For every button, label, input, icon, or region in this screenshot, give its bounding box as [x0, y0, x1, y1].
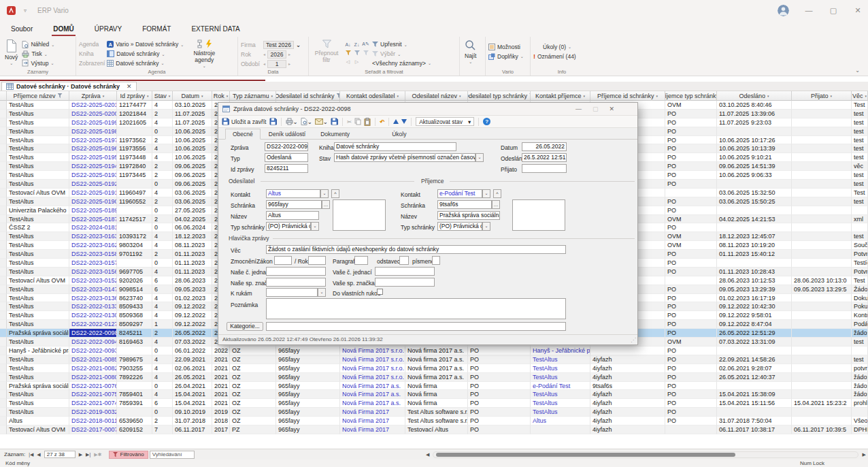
table-cell[interactable]: 4iyfazh — [590, 408, 665, 417]
table-cell[interactable]: TestAltus — [7, 390, 69, 399]
prijemce-kontakt-dropdown-icon[interactable]: ⌄ — [482, 189, 490, 198]
table-cell[interactable]: 15.04.2021 — [173, 399, 212, 408]
table-cell[interactable]: Nová Firma 2017 — [340, 408, 405, 417]
table-cell[interactable]: 15.04.2021 15:11:56 — [717, 399, 792, 408]
table-cell[interactable]: DS22-2023-0156 — [69, 268, 117, 276]
table-cell[interactable] — [665, 276, 717, 285]
table-cell[interactable]: test — [852, 110, 868, 118]
table-cell[interactable]: 965fayy — [276, 355, 340, 364]
table-cell[interactable]: PO — [468, 417, 531, 425]
table-row[interactable]: Hanyš - Jeřábnické práceDS22-2022-009300… — [0, 347, 868, 355]
user-avatar[interactable] — [778, 5, 789, 16]
table-cell[interactable]: 6 — [152, 285, 173, 294]
table-cell[interactable]: 01.11.2023 — [173, 268, 212, 276]
table-cell[interactable]: 03.06.2025 — [173, 189, 212, 197]
table-cell[interactable]: Test — [852, 101, 868, 110]
column-header[interactable]: Příjemce id schránky▾ — [590, 91, 665, 101]
table-cell[interactable]: 09.10.2019 — [173, 408, 212, 417]
table-cell[interactable]: 11.07.2025 — [173, 118, 212, 127]
table-cell[interactable]: Pražská správa sociální — [7, 382, 69, 391]
all-records-select[interactable]: <Všechny záznamy>⌄ — [372, 59, 431, 67]
table-cell[interactable]: test — [852, 136, 868, 145]
paragraf-field[interactable] — [354, 256, 368, 265]
table-cell[interactable]: 09.06.2025 — [173, 180, 212, 189]
table-cell[interactable]: 4 — [152, 232, 173, 241]
column-header[interactable]: Zpráva▾ — [69, 91, 117, 101]
search-input[interactable]: Vyhledávání — [150, 451, 195, 459]
table-cell[interactable]: 06.01.2022 — [173, 347, 212, 355]
table-cell[interactable] — [792, 302, 852, 311]
prijemce-nazev-field[interactable]: Pražská správa sociálního zabezp — [437, 211, 500, 220]
table-cell[interactable]: OZ — [230, 347, 276, 355]
table-cell[interactable]: 4 — [152, 302, 173, 311]
table-cell[interactable]: 10.06.2025 9:06:33 — [717, 171, 792, 180]
table-cell[interactable]: DS22-2025-0196 — [69, 144, 117, 153]
table-cell[interactable] — [792, 408, 852, 417]
typ-field[interactable]: Odeslaná — [265, 153, 308, 162]
row-selector[interactable] — [0, 250, 7, 259]
table-cell[interactable]: TestAltus — [7, 320, 69, 329]
sort-custom-icon[interactable]: A✎ — [361, 40, 370, 48]
table-cell[interactable]: 11.07.2025 9:23:03 — [717, 118, 792, 127]
table-cell[interactable]: 22.09.2021 14:58:26 — [717, 355, 792, 364]
table-cell[interactable]: 26.05.2022 12:51:29 — [717, 329, 792, 338]
help-icon[interactable]: ? — [483, 118, 490, 125]
table-cell[interactable]: test — [852, 118, 868, 127]
save-close-button[interactable]: Uložit a zavřít — [222, 118, 267, 125]
table-cell[interactable]: PO — [665, 294, 717, 303]
scroll-left-icon[interactable]: ◀ — [426, 452, 429, 457]
row-selector[interactable] — [0, 101, 7, 110]
column-sort-icon[interactable]: ▾ — [584, 94, 586, 98]
table-cell[interactable]: 4iyfazh — [590, 373, 665, 382]
prijemce-schranka-browse-button[interactable]: … — [492, 200, 500, 209]
row-selector[interactable] — [0, 144, 7, 153]
table-cell[interactable]: Nová Firma 2017 — [340, 417, 405, 425]
table-cell[interactable]: TestAltus — [531, 373, 590, 382]
table-cell[interactable]: ČSSZ 2 — [7, 223, 69, 232]
quick-access-arrow-icon[interactable]: ▿ — [24, 7, 27, 14]
row-selector[interactable] — [0, 373, 7, 382]
table-cell[interactable]: 965fayy — [276, 425, 340, 434]
table-row[interactable]: TestAltusDS22-2021-00827903255402.06.202… — [0, 364, 868, 373]
filtered-indicator[interactable]: Filtrováno — [109, 451, 148, 459]
table-cell[interactable]: TestAltus — [7, 197, 69, 206]
table-cell[interactable]: 4 — [152, 311, 173, 320]
column-sort-icon[interactable]: ▾ — [227, 94, 229, 98]
table-cell[interactable] — [792, 382, 852, 391]
sort-za-icon[interactable]: Z↓ — [352, 40, 361, 48]
close-tab-icon[interactable]: ✕ — [127, 83, 132, 90]
table-cell[interactable] — [531, 425, 590, 434]
row-selector[interactable] — [0, 162, 7, 171]
odesilatel-nazev-field[interactable]: Altus — [266, 211, 319, 220]
column-header[interactable]: Id zprávy▾ — [117, 91, 152, 101]
table-cell[interactable] — [792, 232, 852, 241]
table-cell[interactable]: 2017 — [212, 425, 230, 434]
prijemce-typ-select[interactable]: (PO) Právnická osoba — [437, 222, 482, 231]
table-cell[interactable]: 28.06.2023 10:12:53 — [717, 276, 792, 285]
table-cell[interactable] — [717, 180, 792, 189]
table-row[interactable]: TestAltusDS22-2021-00747859391615.04.202… — [0, 399, 868, 408]
table-cell[interactable]: Altus — [531, 417, 590, 425]
table-cell[interactable]: 10.06.2025 — [173, 153, 212, 162]
table-cell[interactable]: Součin — [852, 241, 868, 250]
options-button[interactable]: Možnosti — [488, 42, 524, 51]
row-selector[interactable] — [0, 364, 7, 373]
table-cell[interactable]: 2 — [152, 417, 173, 425]
table-cell[interactable]: Pražská správa sociální — [7, 329, 69, 338]
table-cell[interactable]: 02.06.2021 — [173, 364, 212, 373]
table-cell[interactable]: 31.07.2018 — [173, 417, 212, 425]
dialog-close-button[interactable]: ✕ — [609, 106, 614, 112]
table-cell[interactable]: Nová Firma 2017 s.r.o. — [340, 373, 405, 382]
table-cell[interactable]: DS22-2023-0163 — [69, 232, 117, 241]
table-cell[interactable]: DS22-2025-0192 — [69, 180, 117, 189]
row-selector[interactable] — [0, 127, 7, 136]
prijato-field[interactable] — [522, 164, 567, 173]
sort-az-icon[interactable]: A↓ — [344, 40, 352, 48]
table-cell[interactable]: DS22-2025-0193 — [69, 171, 117, 180]
table-cell[interactable]: PO — [468, 399, 531, 408]
table-cell[interactable]: test — [852, 338, 868, 347]
table-cell[interactable] — [792, 223, 852, 232]
table-cell[interactable]: 12021605 — [117, 118, 152, 127]
table-row[interactable]: TestAltusDS22-2019-0032009.10.20192019OZ… — [0, 408, 868, 417]
row-selector[interactable] — [0, 110, 7, 118]
